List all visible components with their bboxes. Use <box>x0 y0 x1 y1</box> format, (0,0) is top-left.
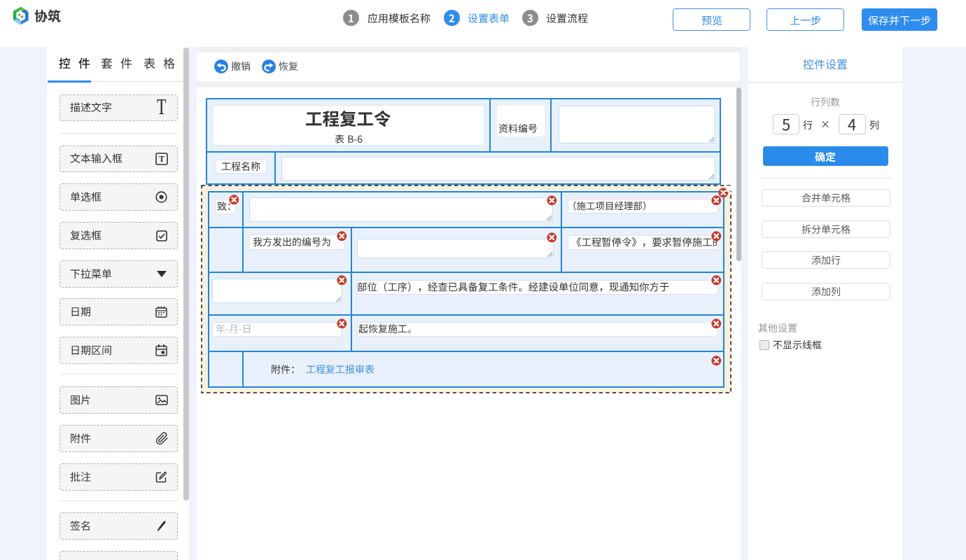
svg-text:T: T <box>156 95 166 120</box>
svg-text:T: T <box>158 154 164 164</box>
